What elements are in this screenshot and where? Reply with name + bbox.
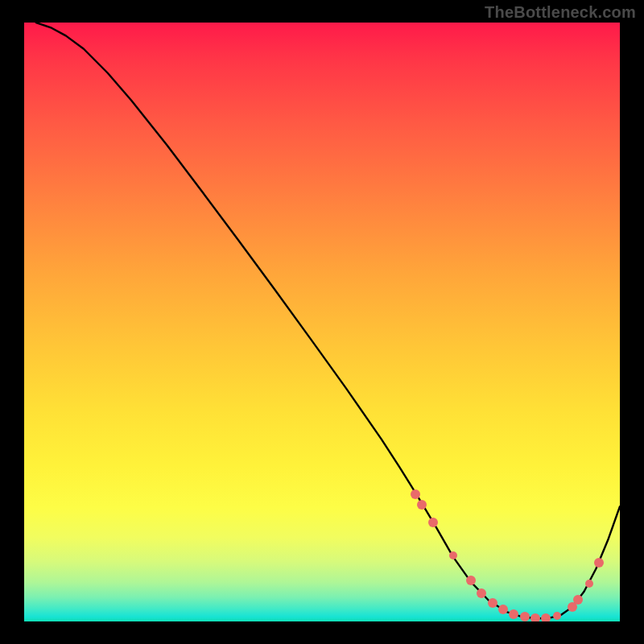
data-marker xyxy=(530,613,540,621)
plot-area xyxy=(24,23,620,621)
data-marker xyxy=(411,489,420,499)
data-marker xyxy=(488,598,497,608)
watermark-label: TheBottleneck.com xyxy=(485,3,636,22)
data-marker xyxy=(417,500,427,510)
data-marker xyxy=(477,588,486,598)
data-marker xyxy=(594,558,604,568)
data-marker xyxy=(466,576,476,585)
data-marker xyxy=(541,613,551,621)
data-marker xyxy=(520,612,530,621)
data-marker xyxy=(498,605,508,614)
data-marker xyxy=(585,580,593,588)
data-marker xyxy=(573,595,583,605)
data-marker xyxy=(509,609,518,619)
marker-layer xyxy=(24,23,620,621)
data-marker xyxy=(428,518,438,527)
data-marker xyxy=(449,551,457,559)
data-marker xyxy=(553,612,561,620)
